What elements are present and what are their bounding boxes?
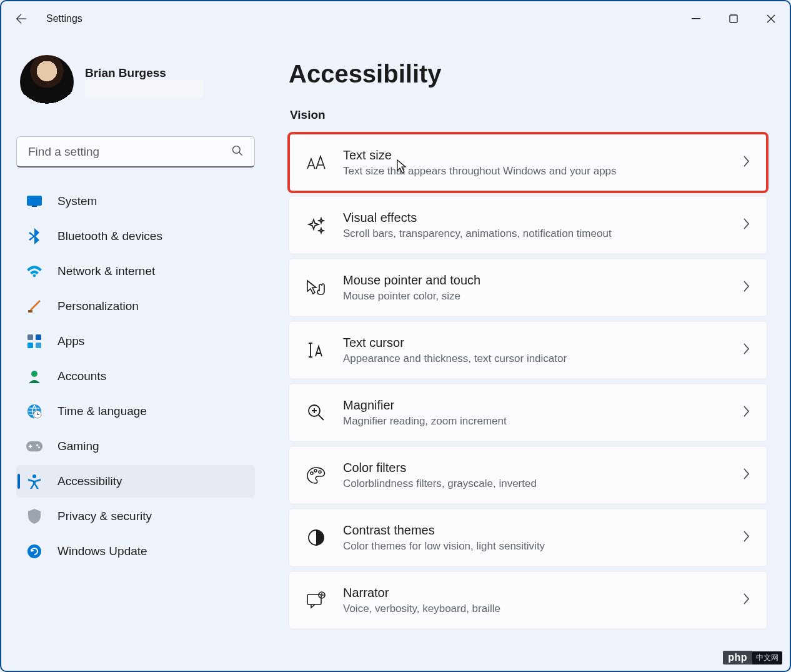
privacy-icon: [26, 508, 42, 524]
nav-item-label: Gaming: [57, 439, 99, 453]
accounts-icon: [26, 368, 42, 384]
nav-item-brush[interactable]: Personalization: [16, 290, 255, 323]
card-subtitle: Voice, verbosity, keyboard, braille: [343, 602, 725, 616]
back-button[interactable]: [14, 11, 29, 26]
nav-item-label: Personalization: [57, 299, 139, 313]
sparkle-icon: [306, 214, 327, 236]
minimize-button[interactable]: [677, 1, 715, 36]
gaming-icon: [26, 438, 42, 454]
nav-item-label: Accessibility: [57, 474, 122, 488]
svg-rect-3: [27, 196, 42, 206]
svg-point-11: [31, 371, 37, 377]
app-title: Settings: [46, 13, 82, 24]
back-arrow-icon: [14, 12, 28, 26]
close-icon: [767, 14, 775, 23]
nav-item-timelang[interactable]: Time & language: [16, 395, 255, 428]
chevron-right-icon: [742, 342, 750, 358]
svg-rect-9: [27, 343, 33, 348]
svg-point-21: [314, 469, 317, 472]
search-icon: [231, 144, 244, 159]
card-sparkle[interactable]: Visual effects Scroll bars, transparency…: [289, 196, 767, 254]
svg-rect-1: [730, 15, 737, 23]
svg-point-15: [36, 444, 38, 446]
card-pointer[interactable]: Mouse pointer and touch Mouse pointer co…: [289, 258, 767, 317]
svg-point-2: [233, 146, 241, 154]
svg-rect-4: [32, 206, 37, 207]
contrast-icon: [306, 527, 327, 548]
brush-icon: [26, 298, 42, 314]
card-textsize[interactable]: Text size Text size that appears through…: [289, 133, 767, 192]
svg-rect-6: [28, 310, 32, 313]
card-text: Magnifier Magnifier reading, zoom increm…: [343, 397, 725, 429]
card-title: Contrast themes: [343, 522, 725, 538]
profile-text: Brian Burgess: [85, 66, 204, 98]
card-text: Visual effects Scroll bars, transparency…: [343, 209, 725, 241]
sidebar: Brian Burgess System Bluetooth & devices…: [1, 36, 264, 671]
chevron-right-icon: [742, 154, 750, 171]
window-controls: [677, 1, 790, 36]
chevron-right-icon: [742, 467, 750, 483]
chevron-right-icon: [742, 279, 750, 296]
search-input[interactable]: [16, 136, 255, 168]
watermark-badge: php 中文网: [723, 651, 782, 664]
svg-point-20: [311, 472, 313, 474]
card-narrator[interactable]: Narrator Voice, verbosity, keyboard, bra…: [289, 571, 767, 629]
bluetooth-icon: [26, 228, 42, 244]
card-subtitle: Mouse pointer color, size: [343, 289, 725, 304]
nav-item-label: Network & internet: [57, 264, 155, 278]
nav-item-accounts[interactable]: Accounts: [16, 360, 255, 393]
badge-cn: 中文网: [752, 651, 782, 664]
textsize-icon: [306, 152, 327, 173]
svg-point-5: [33, 274, 36, 278]
close-button[interactable]: [752, 1, 790, 36]
card-text: Contrast themes Color themes for low vis…: [343, 522, 725, 554]
timelang-icon: [26, 403, 42, 419]
nav-item-bluetooth[interactable]: Bluetooth & devices: [16, 220, 255, 253]
palette-icon: [306, 464, 327, 486]
card-subtitle: Color themes for low vision, light sensi…: [343, 539, 725, 554]
svg-point-22: [319, 471, 321, 473]
nav-item-update[interactable]: Windows Update: [16, 535, 255, 568]
nav-item-accessibility[interactable]: Accessibility: [16, 465, 255, 498]
card-subtitle: Magnifier reading, zoom increment: [343, 414, 725, 429]
search-wrap: [16, 136, 255, 168]
page-title: Accessibility: [289, 60, 767, 88]
card-textcursor[interactable]: Text cursor Appearance and thickness, te…: [289, 321, 767, 379]
nav-item-privacy[interactable]: Privacy & security: [16, 500, 255, 533]
narrator-icon: [306, 589, 327, 611]
card-text: Color filters Colorblindness filters, gr…: [343, 459, 725, 491]
nav-item-wifi[interactable]: Network & internet: [16, 255, 255, 288]
nav-item-system[interactable]: System: [16, 185, 255, 218]
card-contrast[interactable]: Contrast themes Color themes for low vis…: [289, 508, 767, 567]
nav-item-label: System: [57, 194, 97, 208]
textcursor-icon: [306, 339, 327, 361]
card-subtitle: Text size that appears throughout Window…: [343, 164, 725, 179]
body: Brian Burgess System Bluetooth & devices…: [1, 36, 790, 671]
nav-item-apps[interactable]: Apps: [16, 325, 255, 358]
magnifier-icon: [306, 402, 327, 423]
card-title: Magnifier: [343, 397, 725, 413]
card-title: Narrator: [343, 584, 725, 601]
accessibility-icon: [26, 473, 42, 489]
chevron-right-icon: [742, 592, 750, 608]
main: Accessibility Vision Text size Text size…: [264, 36, 790, 671]
card-magnifier[interactable]: Magnifier Magnifier reading, zoom increm…: [289, 383, 767, 442]
profile-email-redacted: [85, 80, 204, 98]
svg-point-17: [32, 474, 36, 478]
maximize-button[interactable]: [715, 1, 752, 36]
card-subtitle: Appearance and thickness, text cursor in…: [343, 352, 725, 366]
card-text: Text cursor Appearance and thickness, te…: [343, 334, 725, 366]
nav-item-gaming[interactable]: Gaming: [16, 430, 255, 463]
card-text: Text size Text size that appears through…: [343, 147, 725, 179]
apps-icon: [26, 333, 42, 349]
card-palette[interactable]: Color filters Colorblindness filters, gr…: [289, 446, 767, 504]
card-text: Mouse pointer and touch Mouse pointer co…: [343, 272, 725, 304]
chevron-right-icon: [742, 404, 750, 421]
profile[interactable]: Brian Burgess: [16, 51, 255, 118]
card-title: Visual effects: [343, 209, 725, 226]
nav-item-label: Time & language: [57, 404, 147, 418]
card-title: Color filters: [343, 459, 725, 476]
nav-item-label: Windows Update: [57, 544, 147, 558]
maximize-icon: [729, 14, 738, 23]
nav-item-label: Accounts: [57, 369, 106, 383]
